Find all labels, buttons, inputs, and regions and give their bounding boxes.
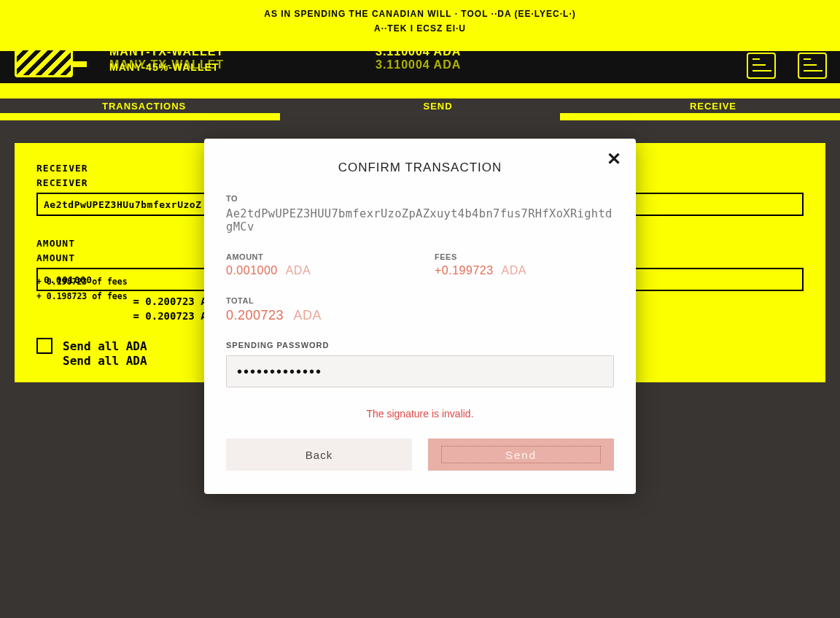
- back-button[interactable]: Back: [226, 439, 412, 471]
- modal-overlay: CONFIRM TRANSACTION ✕ TO Ae2tdPwUPEZ3HUU…: [0, 0, 840, 618]
- close-icon[interactable]: ✕: [607, 150, 621, 168]
- modal-fees-label: FEES: [435, 252, 614, 261]
- modal-total-unit: ADA: [294, 308, 322, 322]
- modal-amount-label: AMOUNT: [226, 252, 405, 261]
- to-address: Ae2tdPwUPEZ3HUU7bmfexrUzoZpAZxuyt4b4bn7f…: [226, 207, 614, 233]
- modal-fees-unit: ADA: [502, 264, 526, 277]
- modal-amount-unit: ADA: [286, 264, 311, 277]
- confirm-transaction-dialog: CONFIRM TRANSACTION ✕ TO Ae2tdPwUPEZ3HUU…: [204, 139, 636, 494]
- modal-total-label: TOTAL: [226, 296, 614, 305]
- password-label: SPENDING PASSWORD: [226, 341, 614, 349]
- send-button-label: Send: [441, 446, 601, 463]
- send-button[interactable]: Send: [428, 439, 614, 471]
- modal-amount-value: 0.001000: [226, 264, 278, 277]
- spending-password-input[interactable]: [226, 355, 614, 387]
- modal-title: CONFIRM TRANSACTION: [226, 161, 614, 175]
- error-message: The signature is invalid.: [226, 408, 614, 420]
- modal-total-value: 0.200723: [226, 308, 284, 322]
- modal-fees-value: 0.199723: [435, 264, 494, 277]
- to-label: TO: [226, 194, 614, 203]
